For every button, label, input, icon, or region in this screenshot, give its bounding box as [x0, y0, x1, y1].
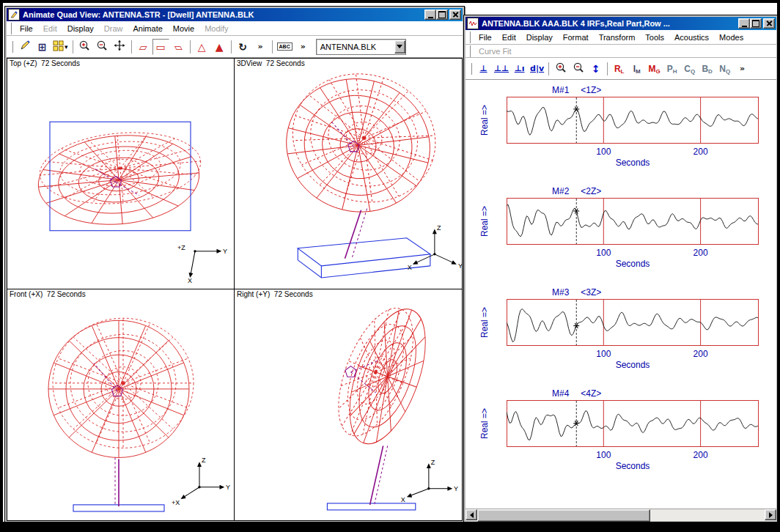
- maximize-icon: [438, 11, 446, 18]
- imaginary-part-icon[interactable]: IM: [628, 61, 645, 77]
- dropdown-caret-icon: ▾: [65, 43, 68, 51]
- rotate-y-view-icon[interactable]: ▭: [152, 39, 169, 55]
- toolbar-overflow-icon[interactable]: »: [295, 39, 312, 55]
- waveform-plot[interactable]: [507, 400, 759, 447]
- close-button[interactable]: [763, 18, 775, 29]
- close-icon: [452, 12, 458, 18]
- layout-strip-graph-icon[interactable]: ⊥ı: [511, 61, 528, 77]
- animate-quad-view-window[interactable]: Animate Quad View: ANTENNA.STR - [Dwell]…: [4, 6, 465, 523]
- view-pane-front[interactable]: Front (+X) 72 SecondsZY+X: [7, 289, 235, 520]
- rotate-x-view-icon[interactable]: ▱: [135, 39, 152, 55]
- toolbar-grip: [468, 63, 472, 75]
- right-menu-bar: FileEditDisplayFormatTransformToolsAcous…: [466, 30, 776, 45]
- pane-canvas: ZY+X: [7, 289, 234, 520]
- data-block-window[interactable]: ANTENNA.BLK AAA.BLK 4 IRFs,Real Part,Row…: [463, 15, 779, 523]
- menu-format[interactable]: Format: [558, 32, 594, 43]
- menu-display[interactable]: Display: [62, 23, 99, 34]
- x-tick-label: 200: [693, 147, 708, 157]
- waveform-plot[interactable]: [507, 97, 759, 144]
- coquad-icon[interactable]: CQ: [681, 61, 698, 77]
- menu-file[interactable]: File: [474, 32, 497, 43]
- minimize-button[interactable]: [738, 18, 750, 29]
- svg-text:X: X: [401, 496, 405, 503]
- chart-strip: M#4<4Z>Real =>100200Seconds: [466, 388, 776, 489]
- pane-canvas: YX+Z: [7, 59, 234, 289]
- toolbar-overflow-icon[interactable]: »: [734, 61, 751, 77]
- svg-text:+Z: +Z: [177, 244, 185, 251]
- bode-icon[interactable]: BD: [699, 61, 715, 77]
- scrollbar-thumb[interactable]: [477, 509, 650, 522]
- left-titlebar[interactable]: Animate Quad View: ANTENNA.STR - [Dwell]…: [7, 8, 463, 21]
- menu-file[interactable]: File: [15, 23, 38, 34]
- view-pane-top[interactable]: Top (+Z) 72 SecondsYX+Z: [7, 59, 235, 289]
- x-tick-label: 100: [596, 248, 611, 258]
- svg-text:+X: +X: [172, 499, 180, 506]
- scroll-right-button[interactable]: [765, 509, 776, 520]
- toolbar-separator: [548, 62, 549, 75]
- maximize-button[interactable]: [436, 10, 448, 20]
- menu-edit[interactable]: Edit: [497, 32, 521, 43]
- zoom-out-icon[interactable]: [94, 39, 111, 55]
- pan-view-icon[interactable]: [111, 39, 128, 55]
- menu-animate[interactable]: Animate: [128, 23, 167, 34]
- waveform-plot[interactable]: [507, 198, 759, 245]
- animate-rotate-icon[interactable]: ↻: [235, 39, 251, 55]
- expand-window-icon[interactable]: ⊞: [34, 39, 51, 55]
- menu-tools[interactable]: Tools: [640, 32, 669, 43]
- right-titlebar[interactable]: ANTENNA.BLK AAA.BLK 4 IRFs,Real Part,Row…: [466, 17, 776, 30]
- x-tick-label: 100: [596, 450, 611, 460]
- waveform-plot[interactable]: [507, 299, 759, 346]
- svg-text:Y: Y: [458, 262, 462, 270]
- toolbar-separator: [73, 40, 73, 53]
- desktop: Animate Quad View: ANTENNA.STR - [Dwell]…: [0, 0, 780, 532]
- menu-curve-fit: Curve Fit: [474, 45, 517, 57]
- pane-label: Front (+X) 72 Seconds: [10, 290, 86, 298]
- menu-display[interactable]: Display: [521, 32, 558, 43]
- trace-dof: <1Z>: [581, 85, 601, 95]
- layout-dual-graph-icon[interactable]: ⊥⊥: [493, 61, 510, 77]
- menu-grip: [467, 45, 471, 57]
- maximize-button[interactable]: [750, 18, 762, 29]
- quad-view-layout-icon[interactable]: ▾: [51, 39, 70, 55]
- real-part-icon[interactable]: RL: [611, 61, 628, 77]
- horizontal-scrollbar[interactable]: [466, 509, 776, 521]
- chart-strip: M#1<1Z>Real =>100200Seconds: [466, 85, 776, 186]
- zoom-out-icon[interactable]: [570, 61, 586, 77]
- zoom-in-icon[interactable]: [552, 61, 569, 77]
- surface-filled-icon[interactable]: ▲: [211, 39, 228, 55]
- toolbar-overflow-icon[interactable]: »: [252, 39, 269, 55]
- phase-icon[interactable]: PH: [663, 61, 680, 77]
- x-tick-row: 100200: [507, 450, 759, 460]
- menu-modes[interactable]: Modes: [714, 32, 748, 43]
- animation-pencil-icon[interactable]: [16, 39, 33, 55]
- combo-dropdown-button[interactable]: [394, 40, 405, 53]
- minimize-button[interactable]: [424, 10, 436, 20]
- svg-text:X: X: [408, 264, 412, 271]
- y-axis-label: Real =>: [479, 408, 490, 439]
- labels-abc-icon[interactable]: ABC: [276, 39, 294, 55]
- quad-view-area: Top (+Z) 72 SecondsYX+Z3DView 72 Seconds…: [7, 58, 463, 521]
- surface-outline-icon[interactable]: △: [194, 39, 210, 55]
- close-button[interactable]: [449, 10, 461, 20]
- x-tick-label: 100: [596, 349, 611, 359]
- zoom-in-icon[interactable]: [76, 39, 93, 55]
- x-tick-label: 200: [693, 450, 708, 460]
- scale-vertical-icon[interactable]: ↕: [587, 61, 604, 77]
- rotate-z-view-icon[interactable]: ▱: [170, 39, 187, 55]
- view-pane-right[interactable]: Right (+Y) 72 SecondsZYX: [235, 289, 462, 520]
- structure-file-combo[interactable]: ANTENNA.BLK: [316, 39, 406, 55]
- scroll-left-button[interactable]: [466, 509, 477, 520]
- view-pane-view3d[interactable]: 3DView 72 SecondsZYX: [235, 59, 462, 289]
- chevron-down-icon: [397, 45, 402, 48]
- layout-divided-graph-icon[interactable]: d|v: [529, 61, 545, 77]
- magnitude-icon[interactable]: MG: [646, 61, 663, 77]
- chart-strip: M#3<3Z>Real =>100200Seconds: [466, 287, 776, 388]
- menu-transform[interactable]: Transform: [594, 32, 641, 43]
- nyquist-icon[interactable]: NQ: [716, 61, 733, 77]
- layout-single-graph-icon[interactable]: ⊥: [475, 61, 492, 77]
- svg-text:Y: Y: [226, 484, 230, 491]
- menu-movie[interactable]: Movie: [168, 23, 199, 34]
- menu-acoustics[interactable]: Acoustics: [669, 32, 714, 43]
- x-axis-label: Seconds: [507, 360, 759, 370]
- chart-strip: M#2<2Z>Real =>100200Seconds: [466, 186, 776, 287]
